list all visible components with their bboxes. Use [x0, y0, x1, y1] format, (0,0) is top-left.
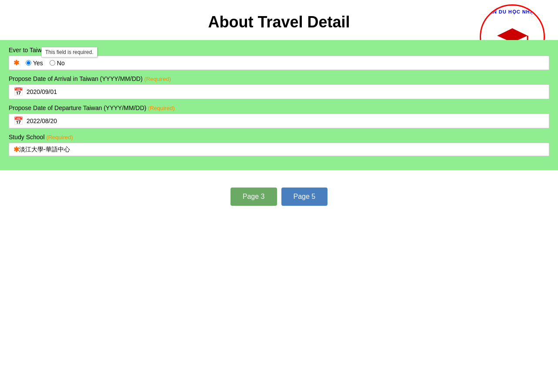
arrival-date-label: Propose Date of Arrival in Taiwan (YYYY/…: [9, 75, 549, 82]
calendar-icon-2: 📅: [13, 116, 23, 126]
departure-date-required: (Required): [148, 105, 174, 111]
nav-buttons: Page 3 Page 5: [0, 188, 558, 206]
page-header: About Travel Detail TƯ VẤN DU HỌC NHẬT Đ…: [0, 0, 558, 40]
yes-option[interactable]: Yes: [26, 60, 43, 67]
departure-date-input[interactable]: [27, 117, 545, 124]
no-radio[interactable]: [50, 60, 55, 66]
page3-button[interactable]: Page 3: [231, 188, 277, 206]
calendar-icon-1: 📅: [13, 87, 23, 97]
asterisk-icon-4: ✱: [13, 145, 19, 154]
arrival-date-required: (Required): [144, 76, 171, 82]
study-school-group: Study School (Required) ✱: [9, 134, 549, 156]
arrival-date-group: Propose Date of Arrival in Taiwan (YYYY/…: [9, 75, 549, 99]
departure-date-label: Propose Date of Departure Taiwan (YYYY/M…: [9, 104, 549, 111]
required-tooltip: This field is required.: [41, 47, 97, 57]
departure-date-input-row[interactable]: 📅: [9, 114, 549, 128]
no-label: No: [57, 60, 65, 67]
study-school-required: (Required): [46, 134, 73, 141]
yes-label: Yes: [33, 60, 43, 67]
yes-radio[interactable]: [26, 60, 31, 66]
study-school-input[interactable]: [19, 146, 545, 153]
ever-to-taiwan-input-row[interactable]: ✱ Yes No: [9, 56, 549, 70]
study-school-input-row[interactable]: ✱: [9, 143, 549, 156]
asterisk-icon-1: ✱: [13, 59, 19, 67]
form-section: Ever to Taiwan (Required) ✱ Yes No Propo…: [0, 40, 558, 170]
study-school-label: Study School (Required): [9, 134, 549, 141]
arrival-date-input[interactable]: [27, 88, 545, 95]
page-title: About Travel Detail: [208, 13, 350, 31]
no-option[interactable]: No: [50, 60, 65, 67]
departure-date-group: Propose Date of Departure Taiwan (YYYY/M…: [9, 104, 549, 128]
logo-text-top: TƯ VẤN DU HỌC NHẬT ĐẠI: [480, 9, 545, 15]
arrival-date-input-row[interactable]: 📅: [9, 84, 549, 99]
page5-button[interactable]: Page 5: [281, 188, 328, 206]
